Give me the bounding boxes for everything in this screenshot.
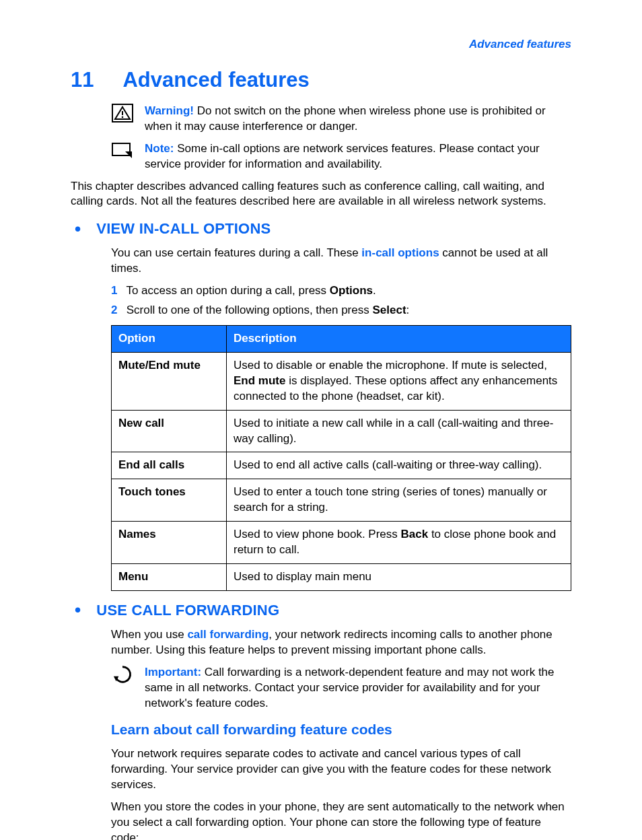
step-1: 1 To access an option during a call, pre… xyxy=(111,283,571,299)
desc-cell: Used to initiate a new call while in a c… xyxy=(227,410,571,452)
options-table: Option Description Mute/End mute Used to… xyxy=(111,325,571,591)
r1-bold: End mute xyxy=(234,374,285,387)
chapter-title: 11 Advanced features xyxy=(71,66,571,94)
opt-cell: Names xyxy=(112,522,227,564)
section1-intro: You can use certain features during a ca… xyxy=(71,246,571,277)
r5-pre: Used to view phone book. Press xyxy=(234,528,401,540)
warning-icon xyxy=(111,104,134,123)
section1-intro-pre: You can use certain features during a ca… xyxy=(111,246,361,259)
opt-cell: End all calls xyxy=(112,452,227,479)
warning-label: Warning! xyxy=(145,104,194,117)
subsection-feature-codes: Learn about call forwarding feature code… xyxy=(111,720,571,739)
table-row: Names Used to view phone book. Press Bac… xyxy=(112,522,571,564)
desc-cell: Used to display main menu xyxy=(227,564,571,591)
note-icon xyxy=(111,141,134,160)
th-option: Option xyxy=(112,325,227,352)
table-row: Mute/End mute Used to disable or enable … xyxy=(112,352,571,410)
note-body: Some in-call options are network service… xyxy=(145,142,540,170)
chapter-title-text: Advanced features xyxy=(122,68,309,92)
section2-intro: When you use call forwarding, your netwo… xyxy=(71,627,571,658)
note-label: Note: xyxy=(145,142,174,155)
page-header: Advanced features xyxy=(71,37,571,53)
svg-rect-3 xyxy=(112,143,130,155)
th-description: Description xyxy=(227,325,571,352)
step-number: 1 xyxy=(111,283,123,299)
table-row: Menu Used to display main menu xyxy=(112,564,571,591)
section2-title: USE CALL FORWARDING xyxy=(96,602,279,619)
section-call-forwarding: • USE CALL FORWARDING xyxy=(71,600,571,621)
desc-cell: Used to disable or enable the microphone… xyxy=(227,352,571,410)
step2-bold: Select xyxy=(372,304,406,316)
step-number: 2 xyxy=(111,303,123,318)
call-forwarding-link[interactable]: call forwarding xyxy=(187,628,269,641)
section2-intro-pre: When you use xyxy=(111,628,187,641)
section1-title: VIEW IN-CALL OPTIONS xyxy=(96,220,271,237)
step1-bold: Options xyxy=(330,284,373,297)
warning-body: Do not switch on the phone when wireless… xyxy=(145,104,546,133)
step1-post: . xyxy=(373,284,376,297)
important-icon xyxy=(111,665,134,684)
desc-cell: Used to enter a touch tone string (serie… xyxy=(227,479,571,522)
table-row: Touch tones Used to enter a touch tone s… xyxy=(112,479,571,522)
r5-bold: Back xyxy=(401,528,429,540)
opt-cell: Mute/End mute xyxy=(112,352,227,410)
step2-post: : xyxy=(406,304,410,316)
important-body: Call forwarding is a network-dependent f… xyxy=(145,666,555,709)
important-text: Important: Call forwarding is a network-… xyxy=(145,665,571,711)
table-header-row: Option Description xyxy=(112,325,571,352)
section-view-incall: • VIEW IN-CALL OPTIONS xyxy=(71,219,571,239)
important-label: Important: xyxy=(145,666,201,678)
note-text: Note: Some in-call options are network s… xyxy=(145,141,571,172)
step2-pre: Scroll to one of the following options, … xyxy=(127,304,373,316)
opt-cell: Menu xyxy=(112,564,227,591)
r1-pre: Used to disable or enable the microphone… xyxy=(234,359,547,372)
desc-cell: Used to end all active calls (call-waiti… xyxy=(227,452,571,479)
section2-para1: Your network requires separate codes to … xyxy=(71,746,571,793)
opt-cell: Touch tones xyxy=(112,479,227,522)
incall-options-link[interactable]: in-call options xyxy=(361,246,439,259)
warning-text: Warning! Do not switch on the phone when… xyxy=(145,104,571,135)
intro-paragraph: This chapter describes advanced calling … xyxy=(71,179,571,210)
desc-cell: Used to view phone book. Press Back to c… xyxy=(227,522,571,564)
table-row: New call Used to initiate a new call whi… xyxy=(112,410,571,452)
step-2: 2 Scroll to one of the following options… xyxy=(111,303,571,318)
step1-pre: To access an option during a call, press xyxy=(126,284,329,297)
section2-para2: When you store the codes in your phone, … xyxy=(71,800,571,840)
chapter-number: 11 xyxy=(71,66,118,94)
table-row: End all calls Used to end all active cal… xyxy=(112,452,571,479)
opt-cell: New call xyxy=(112,410,227,452)
svg-point-2 xyxy=(122,116,124,118)
